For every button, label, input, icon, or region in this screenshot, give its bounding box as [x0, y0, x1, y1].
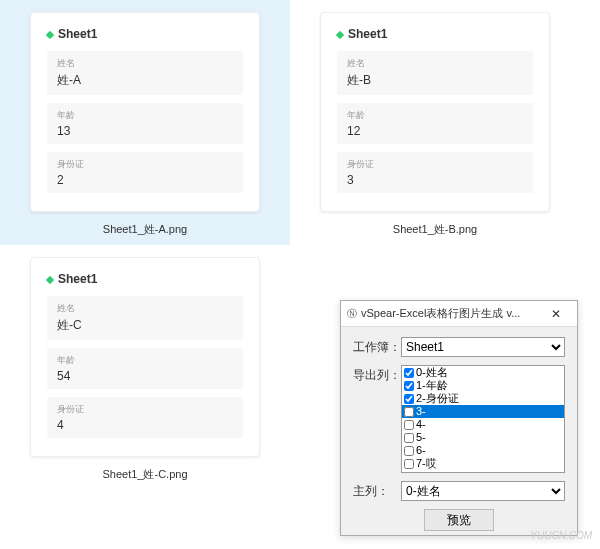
thumbnail-cell[interactable]: Sheet1姓名姓-B年龄12身份证3Sheet1_姓-B.png: [290, 0, 580, 245]
column-checkbox[interactable]: [404, 368, 414, 378]
column-label: 7-哎: [416, 457, 437, 470]
field-label: 年龄: [57, 354, 233, 367]
column-label: 0-姓名: [416, 366, 448, 379]
column-label: 5-: [416, 431, 426, 444]
app-icon: Ⓝ: [347, 307, 357, 321]
field: 年龄12: [337, 103, 533, 144]
preview-card: Sheet1姓名姓-C年龄54身份证4: [30, 257, 260, 457]
column-label: 2-身份证: [416, 392, 459, 405]
thumbnail-filename: Sheet1_姓-B.png: [308, 222, 562, 237]
thumbnail-filename: Sheet1_姓-A.png: [18, 222, 272, 237]
thumbnail-filename: Sheet1_姓-C.png: [18, 467, 272, 482]
card-sheet-title: Sheet1: [47, 272, 243, 286]
field: 姓名姓-C: [47, 296, 243, 340]
workbook-select[interactable]: Sheet1: [401, 337, 565, 357]
card-sheet-title: Sheet1: [47, 27, 243, 41]
list-item[interactable]: 2-身份证: [402, 392, 564, 405]
status-dot-icon: [46, 276, 54, 284]
field: 年龄54: [47, 348, 243, 389]
field-label: 身份证: [57, 403, 233, 416]
column-checkbox[interactable]: [404, 446, 414, 456]
close-icon[interactable]: ✕: [541, 307, 571, 321]
list-item[interactable]: 7-哎: [402, 457, 564, 470]
field: 身份证2: [47, 152, 243, 193]
column-checkbox[interactable]: [404, 407, 414, 417]
list-item[interactable]: 6-: [402, 444, 564, 457]
card-sheet-title: Sheet1: [337, 27, 533, 41]
dialog-body: 工作簿： Sheet1 导出列： 0-姓名1-年龄2-身份证3-4-5-6-7-…: [341, 327, 577, 541]
field-label: 身份证: [347, 158, 523, 171]
field-label: 年龄: [57, 109, 233, 122]
field-value: 姓-A: [57, 72, 233, 89]
field-label: 姓名: [57, 302, 233, 315]
preview-card: Sheet1姓名姓-B年龄12身份证3: [320, 12, 550, 212]
field: 身份证3: [337, 152, 533, 193]
workbook-label: 工作簿：: [353, 337, 401, 356]
list-item[interactable]: 5-: [402, 431, 564, 444]
field: 身份证4: [47, 397, 243, 438]
preview-card: Sheet1姓名姓-A年龄13身份证2: [30, 12, 260, 212]
column-checkbox[interactable]: [404, 459, 414, 469]
column-label: 3-: [416, 405, 426, 418]
dialog-titlebar[interactable]: Ⓝ vSpear-Excel表格行图片生成 v... ✕: [341, 301, 577, 327]
column-checkbox[interactable]: [404, 433, 414, 443]
watermark: YUUCN.COM: [530, 530, 592, 541]
list-item[interactable]: 1-年龄: [402, 379, 564, 392]
main-column-select[interactable]: 0-姓名: [401, 481, 565, 501]
column-checkbox[interactable]: [404, 381, 414, 391]
preview-button[interactable]: 预览: [424, 509, 494, 531]
status-dot-icon: [336, 31, 344, 39]
columns-listbox[interactable]: 0-姓名1-年龄2-身份证3-4-5-6-7-哎: [401, 365, 565, 473]
field-label: 姓名: [347, 57, 523, 70]
thumbnail-cell[interactable]: Sheet1姓名姓-A年龄13身份证2Sheet1_姓-A.png: [0, 0, 290, 245]
export-columns-label: 导出列：: [353, 365, 401, 384]
main-column-label: 主列：: [353, 481, 401, 500]
field-label: 姓名: [57, 57, 233, 70]
field-value: 12: [347, 124, 523, 138]
column-label: 1-年龄: [416, 379, 448, 392]
list-item[interactable]: 4-: [402, 418, 564, 431]
field: 年龄13: [47, 103, 243, 144]
column-checkbox[interactable]: [404, 420, 414, 430]
field: 姓名姓-B: [337, 51, 533, 95]
field-value: 13: [57, 124, 233, 138]
status-dot-icon: [46, 31, 54, 39]
field-label: 身份证: [57, 158, 233, 171]
field-value: 4: [57, 418, 233, 432]
field-value: 54: [57, 369, 233, 383]
column-label: 4-: [416, 418, 426, 431]
dialog-title: vSpear-Excel表格行图片生成 v...: [361, 306, 541, 321]
field-value: 姓-C: [57, 317, 233, 334]
column-label: 6-: [416, 444, 426, 457]
field-value: 姓-B: [347, 72, 523, 89]
list-item[interactable]: 3-: [402, 405, 564, 418]
field-value: 3: [347, 173, 523, 187]
field-label: 年龄: [347, 109, 523, 122]
thumbnail-cell[interactable]: Sheet1姓名姓-C年龄54身份证4Sheet1_姓-C.png: [0, 245, 290, 490]
export-dialog: Ⓝ vSpear-Excel表格行图片生成 v... ✕ 工作簿： Sheet1…: [340, 300, 578, 536]
field: 姓名姓-A: [47, 51, 243, 95]
list-item[interactable]: 0-姓名: [402, 366, 564, 379]
field-value: 2: [57, 173, 233, 187]
column-checkbox[interactable]: [404, 394, 414, 404]
